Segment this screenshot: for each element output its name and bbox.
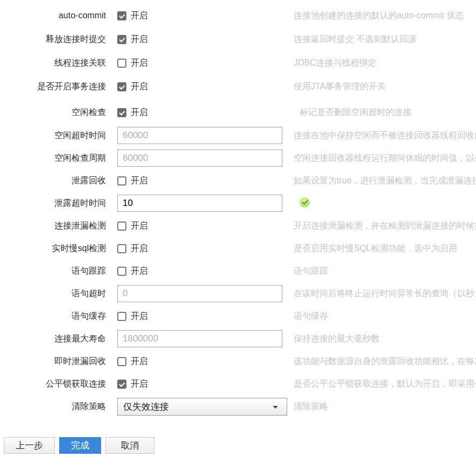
help-text: 空闲连接回收器线程运行期间休眠的时间值，以毫秒为单位 <box>294 153 476 164</box>
commit-on-return-checkbox[interactable] <box>117 35 126 44</box>
form-row: 清除策略 仅失效连接 清除策略 <box>0 395 476 418</box>
form-row: 语句超时 在该时间后将终止运行时间异常长的查询（以秒为单位） <box>0 282 476 305</box>
fair-lock-checkbox[interactable] <box>117 380 126 389</box>
field-label: 泄露回收 <box>0 175 106 187</box>
help-text: 是否公平公平锁获取连接，默认为开启，即采用公平锁 <box>294 379 476 390</box>
help-text: 使用JTA事务管理的开关 <box>294 81 476 92</box>
toggle-label: 开启 <box>131 266 148 277</box>
idle-check-checkbox[interactable] <box>117 108 126 117</box>
connection-leak-detect-checkbox[interactable] <box>117 222 126 231</box>
toggle-label: 开启 <box>131 10 148 22</box>
toggle-label: 开启 <box>131 175 148 187</box>
field-label: 是否开启事务连接 <box>0 81 106 92</box>
help-text: 该功能与数据源自身的泄露回收功能相比，在每次获取连接时检测 <box>294 356 476 367</box>
form-row: 是否开启事务连接 开启 使用JTA事务管理的开关 <box>0 75 476 98</box>
form-row: 空闲超时时间 连接在池中保持空闲而不被连接回收器线程回收的最小时间值 <box>0 124 476 147</box>
help-text: 语句跟踪 <box>294 266 476 277</box>
toggle-label: 开启 <box>131 34 148 45</box>
form-row: 连接泄漏检测 开启 开启连接泄漏检测，并在检测到泄漏连接的时候打印日志 <box>0 215 476 237</box>
field-label: 清除策略 <box>0 401 106 412</box>
field-label: 空闲检查 <box>0 107 106 118</box>
field-label: 空闲检查周期 <box>0 153 106 164</box>
help-text: JDBC连接与线程绑定 <box>294 58 476 69</box>
toggle-label: 开启 <box>131 311 148 322</box>
statement-cache-checkbox[interactable] <box>117 312 126 321</box>
form-row: 线程连接关联 开启 JDBC连接与线程绑定 <box>0 51 476 75</box>
form-row: 公平锁获取连接 开启 是否公平公平锁获取连接，默认为开启，即采用公平锁 <box>0 373 476 395</box>
field-label: 即时泄漏回收 <box>0 356 106 367</box>
toggle-label: 开启 <box>131 220 148 232</box>
cancel-button[interactable]: 取消 <box>105 437 154 454</box>
help-text: 如果设置为true，进行泄漏检测，当完成泄漏连接回收 <box>294 175 476 187</box>
help-text: 清除策略 <box>294 401 476 412</box>
purge-policy-selected-value: 仅失效连接 <box>123 401 169 413</box>
help-status <box>294 197 476 210</box>
wizard-footer: 上一步 完成 取消 <box>4 437 476 454</box>
help-text: 开启连接泄漏检测，并在检测到泄漏连接的时候打印日志 <box>294 220 476 232</box>
connection-pool-settings-form: auto-commit 开启 连接池创建的连接的默认的auto-commit 状… <box>0 0 476 454</box>
jta-transaction-checkbox[interactable] <box>117 82 126 91</box>
chevron-down-icon <box>273 406 278 409</box>
field-label: 泄露超时时间 <box>0 198 106 209</box>
help-text: 保持连接的最大毫秒数 <box>294 333 476 345</box>
statement-timeout-input[interactable] <box>117 285 282 302</box>
field-label: 连接最大寿命 <box>0 333 106 345</box>
form-row: 语句跟踪 开启 语句跟踪 <box>0 260 476 282</box>
toggle-label: 开启 <box>131 356 148 367</box>
form-row: 空闲检查周期 空闲连接回收器线程运行期间休眠的时间值，以毫秒为单位 <box>0 147 476 169</box>
field-label: 公平锁获取连接 <box>0 379 106 390</box>
form-row: 泄露超时时间 <box>0 192 476 215</box>
form-row: 空闲检查 开启 标记是否删除空闲超时的连接 <box>0 101 476 124</box>
form-row: 泄露回收 开启 如果设置为true，进行泄漏检测，当完成泄漏连接回收 <box>0 169 476 192</box>
help-text: 在该时间后将终止运行时间异常长的查询（以秒为单位） <box>294 288 476 299</box>
idle-timeout-input[interactable] <box>117 127 282 144</box>
help-text: 标记是否删除空闲超时的连接 <box>294 107 476 118</box>
statement-trace-checkbox[interactable] <box>117 267 126 276</box>
help-text: 连接在池中保持空闲而不被连接回收器线程回收的最小时间值 <box>294 130 476 141</box>
toggle-label: 开启 <box>131 81 148 92</box>
toggle-label: 开启 <box>131 107 148 118</box>
form-row: auto-commit 开启 连接池创建的连接的默认的auto-commit 状… <box>0 4 476 27</box>
field-label: 线程连接关联 <box>0 58 106 69</box>
form-row: 释放连接时提交 开启 连接返回时提交 不选则默认回滚 <box>0 27 476 51</box>
help-text: 连接返回时提交 不选则默认回滚 <box>294 34 476 45</box>
slow-sql-detect-checkbox[interactable] <box>117 244 126 253</box>
field-label: 连接泄漏检测 <box>0 220 106 232</box>
purge-policy-select[interactable]: 仅失效连接 <box>117 398 287 416</box>
field-label: 空闲超时时间 <box>0 130 106 141</box>
success-check-icon <box>300 197 310 208</box>
field-label: auto-commit <box>0 11 106 20</box>
field-label: 释放连接时提交 <box>0 34 106 45</box>
form-row: 实时慢sql检测 开启 是否启用实时慢SQL检测功能，选中为启用 <box>0 237 476 260</box>
field-label: 语句跟踪 <box>0 266 106 277</box>
form-row: 即时泄漏回收 开启 该功能与数据源自身的泄露回收功能相比，在每次获取连接时检测 <box>0 350 476 373</box>
field-label: 语句缓存 <box>0 311 106 322</box>
form-row: 语句缓存 开启 语句缓存 <box>0 305 476 327</box>
help-text: 语句缓存 <box>294 311 476 322</box>
form-row: 连接最大寿命 保持连接的最大毫秒数 <box>0 327 476 350</box>
max-lifetime-input[interactable] <box>117 330 282 347</box>
help-text: 连接池创建的连接的默认的auto-commit 状态 <box>294 10 476 22</box>
toggle-label: 开启 <box>131 379 148 390</box>
leak-timeout-input[interactable] <box>117 195 282 212</box>
instant-leak-recycle-checkbox[interactable] <box>117 357 126 366</box>
leak-recycle-checkbox[interactable] <box>117 176 126 185</box>
toggle-label: 开启 <box>131 58 148 69</box>
field-label: 实时慢sql检测 <box>0 243 106 254</box>
help-text: 是否启用实时慢SQL检测功能，选中为启用 <box>294 243 476 254</box>
idle-check-period-input[interactable] <box>117 149 282 167</box>
auto-commit-checkbox[interactable] <box>117 11 126 20</box>
field-label: 语句超时 <box>0 288 106 299</box>
thread-connection-checkbox[interactable] <box>117 59 126 68</box>
toggle-label: 开启 <box>131 243 148 254</box>
finish-button[interactable]: 完成 <box>59 437 101 454</box>
previous-step-button[interactable]: 上一步 <box>4 437 55 454</box>
